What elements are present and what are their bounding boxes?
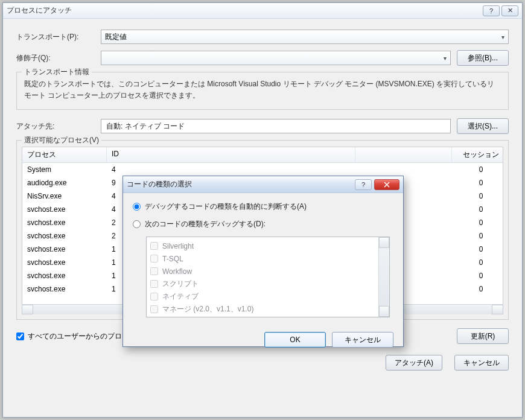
transport-dropdown[interactable]: 既定値 [101, 30, 509, 44]
table-row[interactable]: System40 [22, 163, 503, 176]
code-type-label: Workflow [162, 267, 192, 276]
dialog-title: コードの種類の選択 [127, 179, 355, 189]
cell-session: 0 [452, 205, 503, 214]
col-spacer [355, 147, 452, 162]
code-type-label: Silverlight [162, 242, 194, 250]
code-type-checkbox [150, 255, 158, 262]
transport-info-fieldset: トランスポート情報 既定のトランスポートでは、このコンピューターまたは Micr… [16, 72, 509, 110]
cell-process: svchost.exe [22, 258, 107, 267]
code-type-item: ネイティブ [150, 290, 375, 303]
process-list-legend: 選択可能なプロセス(V) [22, 135, 101, 145]
cell-process: NisSrv.exe [22, 192, 107, 200]
select-button[interactable]: 選択(S)... [457, 118, 509, 134]
radio-auto-detect[interactable]: デバッグするコードの種類を自動的に判断する(A) [133, 202, 393, 212]
cell-session: 0 [452, 192, 503, 200]
cell-session: 0 [452, 272, 503, 280]
code-type-scrollbar[interactable] [378, 237, 389, 317]
cell-process: svchost.exe [22, 285, 107, 293]
cell-session: 0 [452, 258, 503, 267]
code-type-item: Silverlight [150, 240, 375, 252]
close-icon[interactable]: ✕ [501, 5, 518, 16]
code-type-list: SilverlightT-SQLWorkflowスクリプトネイティブマネージ (… [147, 237, 378, 317]
code-type-label: スクリプト [162, 279, 199, 289]
code-type-label: T-SQL [162, 255, 183, 263]
attach-to-value: 自動: ネイティブ コード [106, 121, 185, 132]
window-title: プロセスにアタッチ [7, 5, 481, 16]
cell-process: svchost.exe [22, 272, 107, 280]
radio-auto-input[interactable] [133, 203, 141, 211]
transport-label: トランスポート(P): [16, 32, 101, 42]
code-type-checkbox [150, 267, 158, 275]
col-session[interactable]: セッション [452, 147, 503, 162]
code-type-checkbox [150, 242, 158, 250]
cell-process: System [22, 165, 107, 174]
radio-specific-input[interactable] [133, 220, 141, 228]
attach-button[interactable]: アタッチ(A) [386, 355, 442, 371]
cell-session: 0 [452, 218, 503, 227]
show-all-users-input[interactable] [16, 332, 24, 340]
attach-to-process-window: プロセスにアタッチ ? ✕ トランスポート(P): 既定値 修飾子(Q): 参照… [2, 2, 523, 418]
cell-session: 0 [452, 285, 503, 293]
transport-info-legend: トランスポート情報 [22, 67, 92, 77]
cancel-button[interactable]: キャンセル [454, 355, 509, 371]
cell-session: 0 [452, 232, 503, 240]
code-type-label: ネイティブ [162, 291, 199, 302]
radio-auto-label: デバッグするコードの種類を自動的に判断する(A) [145, 202, 307, 212]
code-type-item: マネージ (v2.0、v1.1、v1.0) [150, 303, 375, 316]
code-type-checkbox [150, 293, 158, 301]
cell-process: svchost.exe [22, 245, 107, 253]
transport-info-text: 既定のトランスポートでは、このコンピューターまたは Microsoft Visu… [24, 78, 501, 101]
transport-value: 既定値 [105, 32, 127, 42]
code-type-item: Workflow [150, 265, 375, 278]
col-id[interactable]: ID [107, 147, 355, 162]
code-type-dialog: コードの種類の選択 ? デバッグするコードの種類を自動的に判断する(A) 次のコ… [122, 176, 404, 347]
dialog-close-icon[interactable] [374, 179, 399, 190]
browse-button[interactable]: 参照(B)... [457, 50, 509, 66]
cell-process: svchost.exe [22, 205, 107, 214]
process-list-header: プロセス ID セッション [22, 147, 503, 163]
dialog-titlebar: コードの種類の選択 ? [123, 176, 403, 193]
code-type-item: T-SQL [150, 252, 375, 265]
qualifier-label: 修飾子(Q): [16, 53, 101, 63]
code-type-item: スクリプト [150, 278, 375, 290]
attach-to-label: アタッチ先: [16, 121, 101, 132]
cell-session: 0 [452, 165, 503, 174]
cell-process: svchost.exe [22, 218, 107, 227]
code-type-label: マネージ (v2.0、v1.1、v1.0) [162, 304, 253, 314]
dialog-help-icon[interactable]: ? [355, 179, 372, 190]
radio-specific-label: 次のコードの種類をデバッグする(D): [145, 219, 266, 229]
help-icon[interactable]: ? [483, 5, 500, 16]
qualifier-dropdown[interactable] [101, 51, 451, 65]
attach-to-field: 自動: ネイティブ コード [101, 119, 451, 133]
cell-session: 0 [452, 245, 503, 253]
cell-id: 4 [107, 165, 355, 174]
cell-process: svchost.exe [22, 232, 107, 240]
col-process[interactable]: プロセス [22, 147, 107, 162]
code-type-checkbox [150, 280, 158, 288]
code-type-checkbox [150, 305, 158, 313]
window-titlebar: プロセスにアタッチ ? ✕ [3, 3, 522, 19]
radio-specific-types[interactable]: 次のコードの種類をデバッグする(D): [133, 219, 393, 229]
refresh-button[interactable]: 更新(R) [457, 328, 509, 344]
dialog-cancel-button[interactable]: キャンセル [332, 332, 393, 348]
dialog-ok-button[interactable]: OK [264, 332, 326, 348]
code-type-listbox: SilverlightT-SQLWorkflowスクリプトネイティブマネージ (… [146, 237, 390, 317]
cell-session: 0 [452, 179, 503, 187]
cell-process: audiodg.exe [22, 179, 107, 187]
